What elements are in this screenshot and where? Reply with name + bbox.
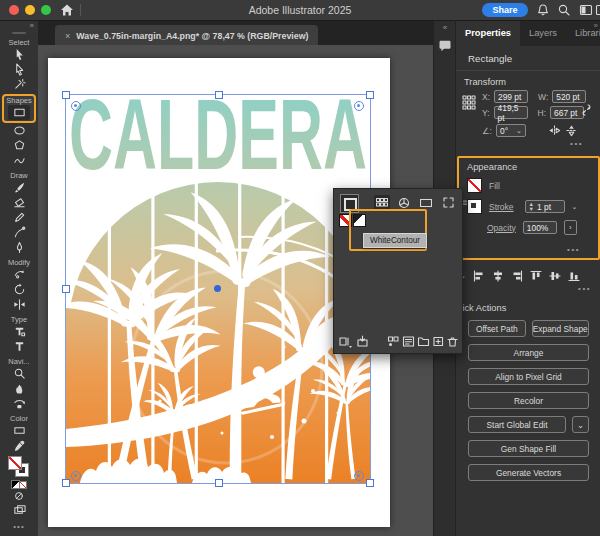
global-edit-options-icon[interactable]: ⌄ [572, 416, 589, 433]
tab-properties[interactable]: Properties [456, 21, 520, 46]
bell-icon[interactable] [536, 3, 550, 17]
dock-collapse-left-icon[interactable]: « [434, 23, 456, 32]
stroke-label[interactable]: Stroke [489, 202, 514, 212]
w-field[interactable]: 520 pt [552, 90, 586, 103]
pencil-tool[interactable] [8, 210, 30, 225]
toolbar-section-label: Select [9, 38, 30, 47]
toolbar-collapse-icon[interactable]: » [30, 22, 34, 30]
arrange-button[interactable]: Arrange [468, 344, 589, 361]
align-top-icon[interactable] [530, 270, 542, 282]
align-h-center-icon[interactable] [492, 270, 504, 282]
width-tool[interactable] [8, 297, 30, 312]
toolbar-section-label: Navi... [8, 357, 29, 366]
fill-color-chip[interactable] [8, 456, 22, 470]
tools-panel: » Select Shapes Draw Modify Type Navi...… [0, 20, 39, 536]
delete-swatch-icon[interactable] [446, 335, 459, 348]
polygon-tool[interactable] [8, 138, 30, 153]
color-wheel-icon[interactable] [396, 195, 412, 210]
new-color-group-icon[interactable] [417, 335, 430, 348]
rotate-tool[interactable] [8, 282, 30, 297]
appearance-more-options[interactable]: ••• [467, 243, 590, 254]
offset-path-button[interactable]: Offset Path [468, 320, 526, 337]
angle-select[interactable]: 0°⌄ [496, 124, 526, 137]
search-icon[interactable] [557, 3, 571, 17]
eraser-tool[interactable] [8, 195, 30, 210]
stroke-weight-field[interactable]: ▲▼ 1 pt [525, 200, 565, 213]
zoom-tool[interactable] [8, 366, 30, 381]
ellipse-tool[interactable] [8, 123, 30, 138]
expand-icon[interactable] [440, 195, 456, 210]
stepper-icons[interactable]: ▲▼ [529, 202, 534, 211]
magic-wand-tool[interactable] [8, 77, 30, 92]
transform-heading: Transform [464, 77, 593, 87]
artboard-icon[interactable] [8, 503, 30, 518]
align-bottom-icon[interactable] [568, 270, 580, 282]
touch-type-tool[interactable] [8, 324, 30, 339]
shaper-tool[interactable] [8, 153, 30, 168]
reference-point-icon[interactable] [462, 95, 476, 111]
selection-tool[interactable] [8, 47, 30, 62]
stroke-swatch[interactable] [467, 199, 482, 214]
add-to-library-icon[interactable] [356, 335, 369, 348]
stroke-weight-dropdown-icon[interactable]: ⌄ [572, 203, 578, 211]
recolor-button[interactable]: Recolor [468, 392, 589, 409]
rectangle-tool[interactable] [8, 105, 30, 120]
tab-layers[interactable]: Layers [520, 21, 566, 46]
color-proxies [8, 456, 30, 478]
comment-icon[interactable] [438, 40, 452, 53]
toolbar-grip[interactable] [12, 32, 26, 34]
type-tool[interactable] [8, 339, 30, 354]
start-global-edit-button[interactable]: Start Global Edit [468, 416, 566, 433]
document-tab-bar: × Wave_0.75in-margin_A4.png* @ 78,47 % (… [38, 20, 433, 46]
panel-layout-icon[interactable] [595, 3, 600, 17]
default-colors-icon[interactable] [11, 480, 27, 488]
y-field[interactable]: 419,5 pt [494, 106, 528, 119]
opacity-options-button[interactable]: › [564, 220, 577, 235]
reshape-tool[interactable] [8, 267, 30, 282]
h-label: H: [538, 108, 547, 118]
curvature-tool[interactable] [8, 225, 30, 240]
poster-artwork[interactable]: CALDERA [66, 95, 370, 483]
gradient-tool[interactable] [8, 423, 30, 438]
share-button[interactable]: Share [482, 3, 528, 17]
transform-section: Transform X: 299 pt W: 520 pt Y: 419,5 p… [456, 71, 600, 152]
align-to-pixel-grid-button[interactable]: Align to Pixel Grid [468, 368, 589, 385]
pen-tool[interactable] [8, 240, 30, 255]
libraries-menu-icon[interactable] [339, 335, 352, 348]
direct-selection-tool[interactable] [8, 62, 30, 77]
paintbrush-tool[interactable] [8, 180, 30, 195]
generate-vectors-button[interactable]: Generate Vectors [468, 464, 589, 481]
align-more-options[interactable]: ••• [456, 282, 600, 293]
h-field[interactable]: 667 pt [550, 106, 584, 119]
new-swatch-icon[interactable] [432, 335, 445, 348]
toolbar-section-label: Shapes [6, 96, 31, 105]
swatches-view-icon[interactable] [374, 195, 390, 210]
close-tab-icon[interactable]: × [65, 31, 70, 41]
workspace-icon[interactable] [579, 3, 593, 17]
hand-tool[interactable] [8, 381, 30, 396]
link-dimensions-icon[interactable] [580, 103, 593, 117]
flip-horizontal-icon[interactable] [548, 124, 561, 137]
dock-collapse-right-icon[interactable]: » [594, 21, 598, 31]
align-left-icon[interactable] [473, 270, 485, 282]
transform-more-options[interactable]: ••• [464, 137, 593, 148]
x-field[interactable]: 299 pt [494, 90, 528, 103]
align-v-center-icon[interactable] [549, 270, 561, 282]
opacity-field[interactable]: 100% [523, 221, 557, 234]
fill-swatch[interactable] [467, 178, 482, 193]
toolbar-more-icon[interactable]: ••• [13, 522, 24, 531]
expand-shape-button[interactable]: Expand Shape [532, 320, 590, 337]
rotate-view-tool[interactable] [8, 396, 30, 411]
y-label: Y: [482, 108, 490, 118]
draw-mode-icon[interactable] [8, 488, 30, 503]
opacity-label[interactable]: Opacity [487, 223, 516, 233]
align-right-icon[interactable] [511, 270, 523, 282]
eyedropper-tool[interactable] [8, 438, 30, 453]
document-tab[interactable]: × Wave_0.75in-margin_A4.png* @ 78,47 % (… [55, 25, 318, 46]
swatch-kinds-icon[interactable] [387, 335, 400, 348]
flip-vertical-icon[interactable] [565, 124, 578, 137]
panel-tabs: Properties Layers Libraries » [456, 20, 600, 46]
gen-shape-fill-button[interactable]: Gen Shape Fill [468, 440, 589, 457]
swatch-options-icon[interactable] [402, 335, 415, 348]
gradient-view-icon[interactable] [418, 195, 434, 210]
